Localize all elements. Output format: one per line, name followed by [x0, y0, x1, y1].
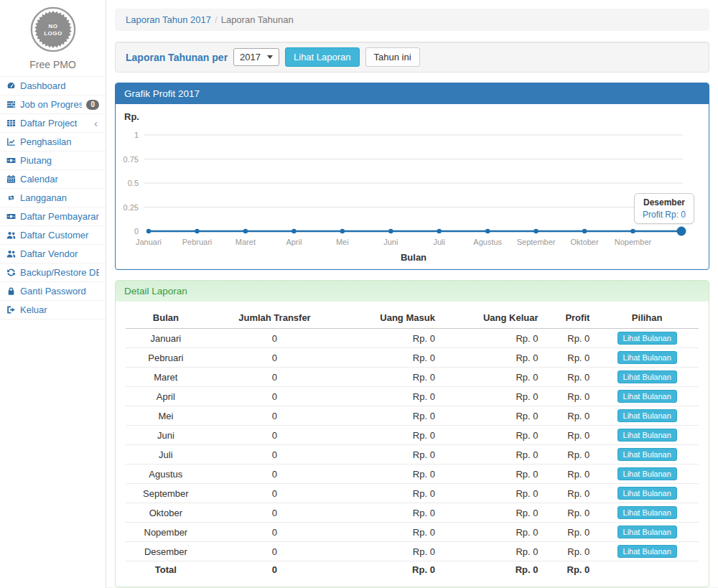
- profit-chart: Rp.00.250.50.751JanuariPebruariMaretApri…: [116, 104, 709, 269]
- sidebar-item-daftar-project[interactable]: Daftar Project ‹: [0, 114, 106, 133]
- lihat-bulanan-button[interactable]: Lihat Bulanan: [617, 332, 677, 345]
- col-header-jumlah-transfer: Jumlah Transfer: [206, 307, 344, 329]
- lihat-bulanan-button[interactable]: Lihat Bulanan: [617, 467, 677, 480]
- cell-profit: Rp. 0: [544, 348, 596, 368]
- lihat-bulanan-button[interactable]: Lihat Bulanan: [617, 487, 677, 500]
- year-select[interactable]: 2017: [233, 48, 279, 66]
- logo: NO LOGO Free PMO: [0, 0, 106, 76]
- svg-text:Januari: Januari: [136, 238, 162, 246]
- cell-bulan: September: [126, 484, 206, 503]
- lihat-bulanan-button[interactable]: Lihat Bulanan: [617, 545, 677, 558]
- cell-uang_masuk: Rp. 0: [343, 348, 441, 368]
- cell-bulan: Januari: [126, 329, 206, 348]
- profit-chart-panel: Grafik Profit 2017 Rp.00.250.50.751Janua…: [115, 83, 709, 270]
- cell-profit: Rp. 0: [544, 484, 596, 503]
- sidebar-item-penghasilan[interactable]: Penghasilan: [0, 133, 106, 151]
- cell-bulan: Juni: [126, 426, 206, 445]
- lihat-bulanan-button[interactable]: Lihat Bulanan: [617, 526, 677, 538]
- breadcrumb-current: Laporan Tahunan: [221, 14, 294, 25]
- table-row: September 0 Rp. 0 Rp. 0 Rp. 0 Lihat Bula…: [126, 484, 699, 503]
- cell-jumlah_transfer: 0: [206, 368, 344, 387]
- cell-profit: Rp. 0: [544, 465, 596, 484]
- sidebar-item-job-on-progress[interactable]: Job on Progress 0: [0, 95, 106, 114]
- cell-uang_keluar: Rp. 0: [441, 426, 544, 445]
- cell-uang_masuk: Rp. 0: [343, 426, 441, 445]
- profit-line-chart: Rp.00.250.50.751JanuariPebruariMaretApri…: [117, 108, 709, 268]
- cell-uang_keluar: Rp. 0: [441, 445, 544, 465]
- svg-text:Pebruari: Pebruari: [182, 238, 213, 246]
- total-bulan: Total: [126, 561, 206, 579]
- sidebar-item-daftar-customer[interactable]: Daftar Customer: [0, 226, 106, 245]
- sidebar-item-backup-restore-db[interactable]: Backup/Restore DB: [0, 263, 106, 282]
- logo-text-line2: LOGO: [44, 30, 62, 37]
- lihat-bulanan-button[interactable]: Lihat Bulanan: [617, 448, 677, 461]
- cell-jumlah_transfer: 0: [206, 426, 344, 445]
- cell-profit: Rp. 0: [544, 445, 596, 465]
- lihat-bulanan-button[interactable]: Lihat Bulanan: [617, 429, 677, 442]
- sign-out-icon: [6, 305, 16, 314]
- breadcrumb-link[interactable]: Laporan Tahun 2017: [126, 14, 211, 25]
- cell-bulan: April: [126, 387, 206, 406]
- svg-text:September: September: [517, 238, 556, 246]
- svg-text:Juni: Juni: [383, 238, 398, 246]
- lihat-bulanan-button[interactable]: Lihat Bulanan: [617, 409, 677, 422]
- lihat-bulanan-button[interactable]: Lihat Bulanan: [617, 506, 677, 519]
- svg-text:Agustus: Agustus: [473, 238, 502, 246]
- chevron-left-icon: ‹: [94, 120, 99, 127]
- table-row: Pebruari 0 Rp. 0 Rp. 0 Rp. 0 Lihat Bulan…: [126, 348, 699, 368]
- cell-jumlah_transfer: 0: [206, 503, 344, 523]
- sidebar-item-daftar-vendor[interactable]: Daftar Vendor: [0, 245, 106, 263]
- cell-jumlah_transfer: 0: [206, 387, 344, 406]
- table-row: Maret 0 Rp. 0 Rp. 0 Rp. 0 Lihat Bulanan: [126, 368, 699, 387]
- svg-text:Nopember: Nopember: [615, 238, 652, 246]
- table-header-row: Bulan Jumlah Transfer Uang Masuk Uang Ke…: [126, 307, 699, 329]
- laporan-table: Bulan Jumlah Transfer Uang Masuk Uang Ke…: [126, 307, 699, 578]
- cell-jumlah_transfer: 0: [206, 406, 344, 426]
- cell-uang_keluar: Rp. 0: [441, 523, 544, 542]
- svg-text:0: 0: [134, 227, 139, 235]
- table-row: April 0 Rp. 0 Rp. 0 Rp. 0 Lihat Bulanan: [126, 387, 699, 406]
- cell-jumlah_transfer: 0: [206, 484, 344, 503]
- cell-uang_masuk: Rp. 0: [343, 465, 441, 484]
- sidebar-item-calendar[interactable]: Calendar: [0, 170, 106, 189]
- sidebar-item-ganti-password[interactable]: Ganti Password: [0, 282, 106, 301]
- cell-profit: Rp. 0: [544, 329, 596, 348]
- col-header-pilihan: Pilihan: [595, 307, 699, 329]
- cell-uang_keluar: Rp. 0: [441, 368, 544, 387]
- sidebar-item-dashboard[interactable]: Dashboard: [0, 77, 106, 95]
- cell-jumlah_transfer: 0: [206, 445, 344, 465]
- cell-profit: Rp. 0: [544, 406, 596, 426]
- caret-down-icon: [267, 55, 273, 59]
- table-icon: [6, 118, 16, 128]
- table-row: Agustus 0 Rp. 0 Rp. 0 Rp. 0 Lihat Bulana…: [126, 465, 699, 484]
- table-row: Oktober 0 Rp. 0 Rp. 0 Rp. 0 Lihat Bulana…: [126, 503, 699, 523]
- cell-uang_masuk: Rp. 0: [343, 484, 441, 503]
- table-row: Juni 0 Rp. 0 Rp. 0 Rp. 0 Lihat Bulanan: [126, 426, 699, 445]
- count-badge: 0: [86, 100, 99, 110]
- cell-bulan: Mei: [126, 406, 206, 426]
- cell-uang_keluar: Rp. 0: [441, 484, 544, 503]
- cell-uang_keluar: Rp. 0: [441, 406, 544, 426]
- sidebar-item-piutang[interactable]: Piutang: [0, 151, 106, 170]
- tahun-ini-button[interactable]: Tahun ini: [365, 47, 420, 67]
- chart-line-icon: [6, 137, 16, 146]
- cell-bulan: Pebruari: [126, 348, 206, 368]
- tooltip-value: Profit Rp: 0: [643, 210, 686, 220]
- app-root: NO LOGO Free PMO Dashboard Job on Progre…: [0, 0, 718, 588]
- cell-profit: Rp. 0: [544, 368, 596, 387]
- chart-panel-title: Grafik Profit 2017: [116, 83, 709, 104]
- lihat-bulanan-button[interactable]: Lihat Bulanan: [617, 351, 677, 364]
- cell-uang_keluar: Rp. 0: [441, 542, 544, 561]
- sidebar-item-daftar-pembayaran[interactable]: Daftar Pembayaran: [0, 207, 106, 226]
- total-uang_masuk: Rp. 0: [343, 561, 441, 579]
- lihat-laporan-button[interactable]: Lihat Laporan: [285, 47, 360, 67]
- cell-jumlah_transfer: 0: [206, 329, 344, 348]
- cell-uang_keluar: Rp. 0: [441, 348, 544, 368]
- cell-uang_masuk: Rp. 0: [343, 542, 441, 561]
- sidebar-item-keluar[interactable]: Keluar: [0, 301, 106, 319]
- table-total-row: Total 0 Rp. 0 Rp. 0 Rp. 0: [126, 561, 699, 579]
- total-uang_keluar: Rp. 0: [441, 561, 544, 579]
- sidebar-item-langganan[interactable]: Langganan: [0, 189, 106, 207]
- lihat-bulanan-button[interactable]: Lihat Bulanan: [617, 370, 677, 383]
- lihat-bulanan-button[interactable]: Lihat Bulanan: [617, 390, 677, 403]
